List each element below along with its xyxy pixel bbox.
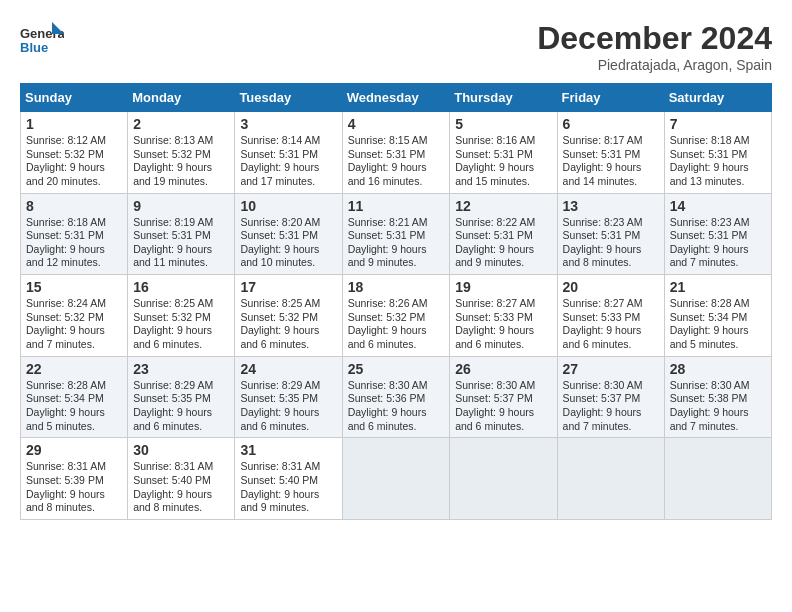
day-info: Sunset: 5:31 PM [455, 148, 551, 162]
calendar-cell [664, 438, 771, 520]
day-number: 4 [348, 116, 445, 132]
day-info: and 7 minutes. [26, 338, 122, 352]
day-info: and 8 minutes. [563, 256, 659, 270]
day-number: 21 [670, 279, 766, 295]
day-info: Sunset: 5:36 PM [348, 392, 445, 406]
day-info: Sunrise: 8:18 AM [670, 134, 766, 148]
day-info: and 9 minutes. [348, 256, 445, 270]
day-info: and 7 minutes. [670, 256, 766, 270]
day-info: Daylight: 9 hours [240, 161, 336, 175]
calendar-row: 29Sunrise: 8:31 AMSunset: 5:39 PMDayligh… [21, 438, 772, 520]
calendar-cell: 26Sunrise: 8:30 AMSunset: 5:37 PMDayligh… [450, 356, 557, 438]
day-info: and 13 minutes. [670, 175, 766, 189]
col-sunday: Sunday [21, 84, 128, 112]
day-info: Sunset: 5:34 PM [670, 311, 766, 325]
day-info: Daylight: 9 hours [133, 488, 229, 502]
calendar-cell [342, 438, 450, 520]
day-info: Sunrise: 8:25 AM [133, 297, 229, 311]
calendar-cell [557, 438, 664, 520]
calendar-cell: 10Sunrise: 8:20 AMSunset: 5:31 PMDayligh… [235, 193, 342, 275]
calendar-cell: 6Sunrise: 8:17 AMSunset: 5:31 PMDaylight… [557, 112, 664, 194]
day-number: 29 [26, 442, 122, 458]
calendar-row: 22Sunrise: 8:28 AMSunset: 5:34 PMDayligh… [21, 356, 772, 438]
day-info: and 6 minutes. [240, 420, 336, 434]
logo-svg: General Blue [20, 20, 64, 64]
calendar-cell: 9Sunrise: 8:19 AMSunset: 5:31 PMDaylight… [128, 193, 235, 275]
day-number: 30 [133, 442, 229, 458]
day-info: Daylight: 9 hours [670, 406, 766, 420]
calendar-cell: 22Sunrise: 8:28 AMSunset: 5:34 PMDayligh… [21, 356, 128, 438]
day-info: Sunrise: 8:31 AM [133, 460, 229, 474]
day-info: Sunset: 5:31 PM [563, 148, 659, 162]
day-number: 20 [563, 279, 659, 295]
calendar-cell: 13Sunrise: 8:23 AMSunset: 5:31 PMDayligh… [557, 193, 664, 275]
day-info: Daylight: 9 hours [26, 324, 122, 338]
day-info: Sunset: 5:31 PM [670, 229, 766, 243]
calendar-row: 15Sunrise: 8:24 AMSunset: 5:32 PMDayligh… [21, 275, 772, 357]
day-info: Daylight: 9 hours [133, 324, 229, 338]
day-info: and 6 minutes. [563, 338, 659, 352]
day-info: Sunset: 5:37 PM [455, 392, 551, 406]
day-info: Daylight: 9 hours [348, 161, 445, 175]
day-info: Daylight: 9 hours [348, 324, 445, 338]
col-thursday: Thursday [450, 84, 557, 112]
day-number: 25 [348, 361, 445, 377]
calendar-cell: 18Sunrise: 8:26 AMSunset: 5:32 PMDayligh… [342, 275, 450, 357]
day-info: Sunrise: 8:14 AM [240, 134, 336, 148]
day-info: Sunrise: 8:28 AM [670, 297, 766, 311]
day-info: and 10 minutes. [240, 256, 336, 270]
day-info: Sunset: 5:32 PM [348, 311, 445, 325]
calendar-row: 8Sunrise: 8:18 AMSunset: 5:31 PMDaylight… [21, 193, 772, 275]
day-info: Daylight: 9 hours [563, 324, 659, 338]
day-info: Sunset: 5:31 PM [133, 229, 229, 243]
day-info: Daylight: 9 hours [26, 406, 122, 420]
day-info: and 8 minutes. [133, 501, 229, 515]
day-info: Sunset: 5:35 PM [133, 392, 229, 406]
day-number: 31 [240, 442, 336, 458]
day-info: Sunset: 5:31 PM [563, 229, 659, 243]
day-info: Daylight: 9 hours [133, 243, 229, 257]
day-number: 10 [240, 198, 336, 214]
col-tuesday: Tuesday [235, 84, 342, 112]
day-info: Sunrise: 8:31 AM [240, 460, 336, 474]
calendar-cell: 20Sunrise: 8:27 AMSunset: 5:33 PMDayligh… [557, 275, 664, 357]
day-number: 23 [133, 361, 229, 377]
calendar-cell: 25Sunrise: 8:30 AMSunset: 5:36 PMDayligh… [342, 356, 450, 438]
day-info: Sunrise: 8:23 AM [563, 216, 659, 230]
page-header: General Blue December 2024 Piedratajada,… [20, 20, 772, 73]
calendar-cell: 24Sunrise: 8:29 AMSunset: 5:35 PMDayligh… [235, 356, 342, 438]
calendar-cell: 21Sunrise: 8:28 AMSunset: 5:34 PMDayligh… [664, 275, 771, 357]
day-info: Sunrise: 8:16 AM [455, 134, 551, 148]
day-info: and 14 minutes. [563, 175, 659, 189]
day-number: 2 [133, 116, 229, 132]
day-info: Sunset: 5:31 PM [670, 148, 766, 162]
day-number: 28 [670, 361, 766, 377]
day-number: 8 [26, 198, 122, 214]
calendar-cell: 14Sunrise: 8:23 AMSunset: 5:31 PMDayligh… [664, 193, 771, 275]
day-info: Sunrise: 8:23 AM [670, 216, 766, 230]
day-info: Sunset: 5:33 PM [563, 311, 659, 325]
day-info: Sunrise: 8:13 AM [133, 134, 229, 148]
day-info: Daylight: 9 hours [455, 406, 551, 420]
day-info: Sunrise: 8:30 AM [348, 379, 445, 393]
day-info: and 6 minutes. [133, 420, 229, 434]
day-info: Sunset: 5:31 PM [455, 229, 551, 243]
day-info: Sunrise: 8:30 AM [563, 379, 659, 393]
day-info: Daylight: 9 hours [670, 324, 766, 338]
day-number: 15 [26, 279, 122, 295]
day-number: 22 [26, 361, 122, 377]
day-info: Sunrise: 8:31 AM [26, 460, 122, 474]
svg-text:Blue: Blue [20, 40, 48, 55]
calendar-cell: 12Sunrise: 8:22 AMSunset: 5:31 PMDayligh… [450, 193, 557, 275]
calendar-cell: 19Sunrise: 8:27 AMSunset: 5:33 PMDayligh… [450, 275, 557, 357]
day-info: Sunset: 5:31 PM [240, 148, 336, 162]
day-number: 5 [455, 116, 551, 132]
day-info: Sunrise: 8:30 AM [455, 379, 551, 393]
day-info: and 6 minutes. [455, 420, 551, 434]
day-info: and 11 minutes. [133, 256, 229, 270]
day-info: Sunset: 5:31 PM [348, 148, 445, 162]
day-info: and 6 minutes. [240, 338, 336, 352]
calendar-cell: 29Sunrise: 8:31 AMSunset: 5:39 PMDayligh… [21, 438, 128, 520]
day-number: 6 [563, 116, 659, 132]
day-info: Sunset: 5:32 PM [133, 311, 229, 325]
